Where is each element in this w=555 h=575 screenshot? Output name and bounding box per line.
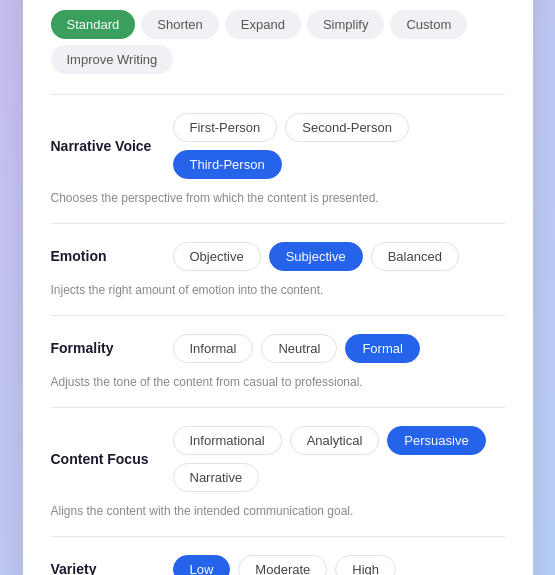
tab-standard[interactable]: Standard xyxy=(51,10,136,39)
section-desc-emotion: Injects the right amount of emotion into… xyxy=(51,283,505,297)
sections-container: Narrative VoiceFirst-PersonSecond-Person… xyxy=(51,94,505,576)
option-informal[interactable]: Informal xyxy=(173,334,254,363)
tab-expand[interactable]: Expand xyxy=(225,10,301,39)
option-persuasive[interactable]: Persuasive xyxy=(387,426,485,455)
option-low[interactable]: Low xyxy=(173,555,231,576)
section-label-emotion: Emotion xyxy=(51,248,161,264)
section-content-focus: Content FocusInformationalAnalyticalPers… xyxy=(51,407,505,536)
section-label-narrative-voice: Narrative Voice xyxy=(51,138,161,154)
section-label-formality: Formality xyxy=(51,340,161,356)
section-desc-narrative-voice: Chooses the perspective from which the c… xyxy=(51,191,505,205)
section-row-content-focus: Content FocusInformationalAnalyticalPers… xyxy=(51,426,505,492)
tab-custom[interactable]: Custom xyxy=(390,10,467,39)
tab-simplify[interactable]: Simplify xyxy=(307,10,385,39)
options-variety: LowModerateHigh xyxy=(173,555,397,576)
option-second-person[interactable]: Second-Person xyxy=(285,113,409,142)
section-row-formality: FormalityInformalNeutralFormal xyxy=(51,334,505,363)
option-subjective[interactable]: Subjective xyxy=(269,242,363,271)
tab-shorten[interactable]: Shorten xyxy=(141,10,219,39)
option-third-person[interactable]: Third-Person xyxy=(173,150,282,179)
section-row-emotion: EmotionObjectiveSubjectiveBalanced xyxy=(51,242,505,271)
tabs-bar: StandardShortenExpandSimplifyCustomImpro… xyxy=(51,10,505,74)
option-balanced[interactable]: Balanced xyxy=(371,242,459,271)
option-moderate[interactable]: Moderate xyxy=(238,555,327,576)
section-narrative-voice: Narrative VoiceFirst-PersonSecond-Person… xyxy=(51,94,505,223)
section-formality: FormalityInformalNeutralFormalAdjusts th… xyxy=(51,315,505,407)
options-formality: InformalNeutralFormal xyxy=(173,334,420,363)
option-objective[interactable]: Objective xyxy=(173,242,261,271)
main-card: 🎯 StandardShortenExpandSimplifyCustomImp… xyxy=(23,0,533,575)
option-formal[interactable]: Formal xyxy=(345,334,419,363)
option-narrative[interactable]: Narrative xyxy=(173,463,260,492)
section-row-narrative-voice: Narrative VoiceFirst-PersonSecond-Person… xyxy=(51,113,505,179)
option-neutral[interactable]: Neutral xyxy=(261,334,337,363)
tab-improve-writing[interactable]: Improve Writing xyxy=(51,45,174,74)
options-narrative-voice: First-PersonSecond-PersonThird-Person xyxy=(173,113,505,179)
option-informational[interactable]: Informational xyxy=(173,426,282,455)
options-emotion: ObjectiveSubjectiveBalanced xyxy=(173,242,459,271)
section-desc-content-focus: Aligns the content with the intended com… xyxy=(51,504,505,518)
option-high[interactable]: High xyxy=(335,555,396,576)
option-first-person[interactable]: First-Person xyxy=(173,113,278,142)
section-row-variety: VarietyLowModerateHigh xyxy=(51,555,505,576)
section-emotion: EmotionObjectiveSubjectiveBalancedInject… xyxy=(51,223,505,315)
section-label-variety: Variety xyxy=(51,561,161,575)
section-desc-formality: Adjusts the tone of the content from cas… xyxy=(51,375,505,389)
options-content-focus: InformationalAnalyticalPersuasiveNarrati… xyxy=(173,426,505,492)
section-label-content-focus: Content Focus xyxy=(51,451,161,467)
option-analytical[interactable]: Analytical xyxy=(290,426,380,455)
section-variety: VarietyLowModerateHighAdjusts the divers… xyxy=(51,536,505,576)
